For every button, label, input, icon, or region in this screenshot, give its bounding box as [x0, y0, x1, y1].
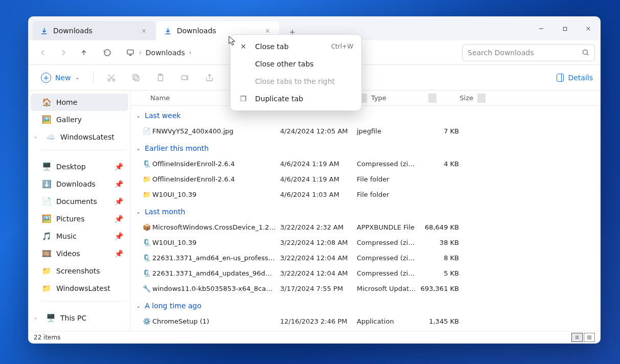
copy-button[interactable]	[126, 69, 146, 86]
address-bar[interactable]: › Downloads ›	[122, 44, 196, 61]
sidebar-item-home[interactable]: 🏠 Home	[31, 94, 128, 111]
tab-context-menu: ✕Close tabCtrl+WClose other tabsClose ta…	[230, 34, 362, 111]
sidebar-item-windowslatest[interactable]: 📁WindowsLatest	[31, 280, 128, 297]
group-label: Last week	[145, 111, 180, 120]
rename-button[interactable]	[175, 69, 195, 86]
view-toggle	[571, 333, 595, 342]
group-label: A long time ago	[145, 302, 201, 310]
pin-icon: 📌	[114, 180, 123, 188]
file-date: 4/6/2024 1:19 AM	[280, 175, 357, 183]
file-row[interactable]: 🔧windows11.0-kb5035853-x64_8ca1a9a646...…	[131, 281, 600, 296]
folder-icon: 📁	[42, 284, 51, 293]
maximize-button[interactable]	[553, 17, 577, 40]
file-row[interactable]: ⚙️ChromeSetup (1)12/16/2023 2:46 PMAppli…	[131, 313, 600, 329]
column-divider[interactable]	[428, 94, 437, 103]
file-row[interactable]: 📦MicrosoftWindows.CrossDevice_1.24031...…	[131, 219, 600, 235]
view-details-button[interactable]	[571, 333, 583, 342]
file-type: Compressed (zipp...	[357, 254, 418, 262]
search-input[interactable]: Search Downloads	[462, 44, 595, 61]
tab-close-button[interactable]	[137, 24, 150, 37]
file-size: 38 KB	[418, 239, 459, 246]
file-row[interactable]: 📄FNWVyY52_400x400.jpg4/24/2024 12:05 AMj…	[131, 123, 600, 139]
file-row[interactable]: 📁OfflineInsiderEnroll-2.6.44/6/2024 1:19…	[131, 171, 600, 187]
gallery-icon: 🖼️	[42, 115, 51, 124]
file-row[interactable]: 📁W10UI_10.394/6/2024 1:03 AMFile folder	[131, 187, 600, 202]
sidebar-label: Downloads	[56, 180, 96, 188]
file-name: ChromeSetup (1)	[152, 317, 280, 325]
file-icon: 📁	[141, 191, 152, 198]
details-pane-icon	[557, 74, 564, 82]
svg-rect-0	[563, 27, 566, 30]
column-size[interactable]: Size	[437, 94, 477, 102]
ctx-close-other-tabs[interactable]: Close other tabs	[231, 55, 361, 73]
chevron-down-icon: ⌄	[136, 303, 141, 309]
separator	[93, 72, 94, 84]
file-icon: 🔧	[141, 285, 152, 292]
back-button[interactable]	[34, 43, 52, 62]
sidebar-label: Music	[56, 232, 77, 240]
file-type: Compressed (zipp...	[357, 239, 418, 246]
navigation-pane[interactable]: 🏠 Home 🖼️ Gallery › ☁️ WindowsLatest 🖥️D…	[29, 90, 131, 331]
separator	[42, 301, 125, 307]
file-size: 8 KB	[418, 254, 459, 262]
file-row[interactable]: 🗜️22631.3371_amd64_en-us_professional_9.…	[131, 250, 600, 265]
sidebar-item-videos[interactable]: 🎞️Videos📌	[31, 245, 128, 262]
minimize-button[interactable]	[530, 17, 553, 40]
column-type[interactable]: Type	[367, 94, 428, 102]
column-headers[interactable]: Name Date modified Type Size	[131, 90, 600, 106]
svg-point-4	[112, 79, 115, 81]
details-pane-button[interactable]: Details	[557, 74, 593, 82]
file-row[interactable]: 🗜️W10UI_10.393/22/2024 12:08 AMCompresse…	[131, 235, 600, 250]
group-header[interactable]: ⌄Last month	[131, 204, 600, 219]
file-row[interactable]: 🗜️OfflineInsiderEnroll-2.6.44/6/2024 1:1…	[131, 156, 600, 171]
group-header[interactable]: ⌄A long time ago	[131, 298, 600, 313]
close-window-button[interactable]	[577, 17, 600, 40]
column-divider[interactable]	[477, 94, 486, 103]
home-icon: 🏠	[42, 98, 51, 107]
up-button[interactable]	[75, 43, 93, 62]
ctx-close-tab[interactable]: ✕Close tabCtrl+W	[231, 38, 361, 55]
chevron-down-icon: ⌄	[136, 145, 141, 152]
sidebar-label: WindowsLatest	[60, 133, 114, 141]
share-button[interactable]	[200, 69, 219, 86]
search-icon	[582, 49, 589, 56]
file-type: Application	[357, 317, 418, 325]
chevron-right-icon: ›	[35, 315, 41, 321]
file-row[interactable]: 🗜️22631.3371_amd64_updates_96ddb2133/22/…	[131, 265, 600, 281]
ctx-duplicate-tab[interactable]: ❐Duplicate tab	[231, 90, 361, 107]
sidebar-item-screenshots[interactable]: 📁Screenshots	[31, 262, 128, 280]
breadcrumb-separator: ›	[139, 49, 142, 56]
sidebar-item-downloads[interactable]: ⬇️Downloads📌	[31, 175, 128, 193]
file-size: 5 KB	[418, 269, 459, 277]
cut-button[interactable]	[102, 69, 121, 86]
sidebar-item-pictures[interactable]: 🖼️Pictures📌	[31, 210, 128, 228]
file-list[interactable]: ⌄Last week📄FNWVyY52_400x400.jpg4/24/2024…	[131, 106, 600, 331]
forward-button[interactable]	[54, 43, 73, 62]
status-item-count: 22 items	[34, 334, 60, 341]
file-type: APPXBUNDLE File	[357, 223, 418, 231]
group-header[interactable]: ⌄Last week	[131, 108, 600, 123]
sidebar-item-this-pc[interactable]: › 🖥️ This PC	[31, 309, 128, 327]
chevron-down-icon: ⌄	[136, 209, 141, 215]
paste-button[interactable]	[151, 69, 170, 86]
sidebar-item-music[interactable]: 🎵Music📌	[31, 228, 128, 245]
pc-icon	[126, 48, 135, 57]
view-grid-button[interactable]	[584, 333, 595, 342]
tab-downloads-inactive[interactable]: Downloads	[33, 21, 155, 40]
pc-icon: 🖥️	[46, 313, 55, 323]
new-button[interactable]: + New ⌄	[36, 69, 85, 86]
sidebar-item-gallery[interactable]: 🖼️ Gallery	[31, 111, 128, 128]
breadcrumb-segment[interactable]: Downloads	[146, 49, 185, 57]
group-label: Earlier this month	[145, 144, 209, 152]
details-label: Details	[568, 74, 593, 82]
file-date: 12/16/2023 2:46 PM	[280, 317, 357, 325]
group-label: Last month	[145, 208, 185, 216]
svg-rect-11	[590, 335, 591, 337]
sidebar-label: Gallery	[56, 116, 82, 124]
sidebar-item-desktop[interactable]: 🖥️Desktop📌	[31, 158, 128, 175]
sidebar-item-onedrive[interactable]: › ☁️ WindowsLatest	[31, 128, 128, 146]
sidebar-item-documents[interactable]: 📄Documents📌	[31, 193, 128, 210]
refresh-button[interactable]	[98, 43, 117, 62]
file-type: Compressed (zipp...	[357, 269, 418, 277]
group-header[interactable]: ⌄Earlier this month	[131, 141, 600, 156]
